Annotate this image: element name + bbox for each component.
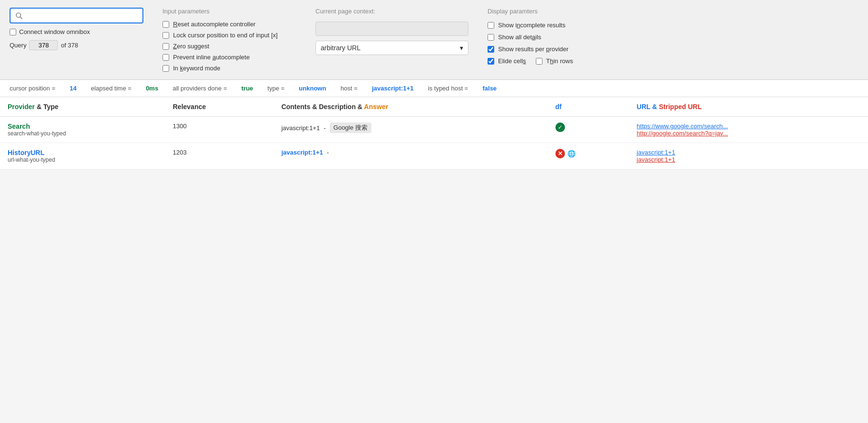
table-row: Search search-what-you-typed 1300 javasc… [0, 117, 868, 143]
host-value: javascript:1+1 [372, 85, 413, 92]
row2-url: javascript:1+1 javascript:1+1 [629, 143, 868, 169]
zero-suggest-checkbox[interactable] [163, 43, 169, 50]
show-all-details-checkbox[interactable] [488, 34, 494, 41]
typed-host-value: false [482, 85, 497, 92]
connect-omnibox-label: Connect window omnibox [19, 28, 90, 35]
elide-cells-checkbox[interactable] [488, 58, 494, 65]
svg-line-1 [20, 17, 22, 19]
row1-content-cell: javascript:1+1 - Google 搜索 [282, 122, 540, 133]
show-incomplete-row: Show incomplete results [488, 22, 631, 29]
connect-omnibox-checkbox[interactable] [10, 29, 16, 35]
url-dropdown-value: arbitrary URL [321, 44, 360, 52]
lock-cursor-row: Lock cursor position to end of input [x] [163, 32, 296, 39]
th-answer-text: Answer [364, 103, 389, 111]
row2-provider-type: url-what-you-typed [8, 156, 158, 163]
th-url-text: URL & [637, 103, 659, 111]
row2-url-link[interactable]: javascript:1+1 [637, 149, 860, 156]
top-panel: javascript:1+1 Connect window omnibox Qu… [0, 0, 868, 80]
query-number-input[interactable] [29, 40, 58, 50]
row2-content: javascript:1+1 - [274, 143, 548, 169]
type-value: unknown [299, 85, 326, 92]
row1-provider: Search search-what-you-typed [0, 117, 165, 143]
row2-provider: HistoryURL url-what-you-typed [0, 143, 165, 169]
elide-cells-label: Elide cells [498, 57, 526, 65]
prevent-inline-row: Prevent inline autocomplete [163, 54, 296, 61]
thin-rows-checkbox[interactable] [536, 58, 542, 65]
lock-cursor-checkbox[interactable] [163, 32, 169, 39]
typed-host-label: is typed host = [428, 85, 468, 92]
row1-df-col: ✓ [555, 122, 621, 132]
row1-url-link[interactable]: https://www.google.com/search... [637, 122, 860, 130]
show-incomplete-checkbox[interactable] [488, 22, 494, 29]
status-bar: cursor position = 14 elapsed time = 0ms … [0, 80, 868, 97]
prevent-inline-checkbox[interactable] [163, 54, 169, 61]
row2-relevance: 1203 [165, 143, 274, 169]
row1-dash: - [324, 124, 326, 132]
input-params-title: Input parameters [163, 8, 296, 15]
row2-dash: - [327, 149, 329, 156]
keyword-mode-checkbox[interactable] [163, 65, 169, 72]
display-params-column: Display paramters Show incomplete result… [488, 8, 631, 65]
row1-description: Google 搜索 [330, 122, 372, 133]
search-input[interactable]: javascript:1+1 [27, 11, 132, 20]
row1-stripped-url[interactable]: http://google.com/search?q=jav... [637, 130, 860, 137]
type-label: type = [268, 85, 285, 92]
show-results-per-provider-checkbox[interactable] [488, 46, 494, 53]
th-provider: Provider & Type [0, 97, 165, 117]
th-stripped-text: Stripped URL [659, 103, 702, 111]
keyword-input[interactable]: 关键词 [315, 22, 468, 36]
query-total: of 378 [61, 42, 78, 49]
display-params-title: Display paramters [488, 8, 631, 15]
url-dropdown[interactable]: arbitrary URL ▾ [315, 41, 468, 55]
elide-cells-row: Elide cells [488, 57, 526, 65]
row1-provider-name: Search [8, 122, 158, 130]
row1-content: javascript:1+1 - Google 搜索 [274, 117, 548, 143]
th-relevance: Relevance [165, 97, 274, 117]
cursor-position-label: cursor position = [10, 85, 55, 92]
table-header-row: Provider & Type Relevance Contents & Des… [0, 97, 868, 117]
row2-provider-name: HistoryURL [8, 149, 158, 156]
query-row: Query of 378 [10, 40, 143, 50]
row2-x-icon: ✕ [555, 149, 565, 158]
row1-relevance: 1300 [165, 117, 274, 143]
th-relevance-text: Relevance [173, 103, 206, 111]
show-results-per-provider-row: Show results per provider [488, 45, 631, 53]
reset-autocomplete-checkbox[interactable] [163, 21, 169, 28]
page-context-title: Current page context: [315, 8, 468, 15]
reset-autocomplete-row: Reset autocomplete controller [163, 21, 296, 28]
elapsed-time-label: elapsed time = [91, 85, 131, 92]
input-params-column: Input parameters Reset autocomplete cont… [163, 8, 296, 72]
show-incomplete-label: Show incomplete results [498, 22, 565, 29]
row1-url: https://www.google.com/search... http://… [629, 117, 868, 143]
query-label: Query [10, 42, 26, 49]
row1-relevance-value: 1300 [173, 122, 187, 130]
search-icon [15, 12, 23, 20]
th-contents: Contents & Description & Answer [274, 97, 548, 117]
row2-stripped-url[interactable]: javascript:1+1 [637, 156, 860, 163]
keyword-mode-row: In keyword mode [163, 65, 296, 72]
th-df-text: df [555, 103, 562, 111]
zero-suggest-label: Zero suggest [173, 43, 209, 50]
thin-rows-label: Thin rows [546, 57, 573, 65]
th-df: df [548, 97, 629, 117]
lock-cursor-label: Lock cursor position to end of input [x] [173, 32, 278, 39]
prevent-inline-label: Prevent inline autocomplete [173, 54, 250, 61]
row2-content-cell: javascript:1+1 - [282, 149, 540, 156]
th-and-type: & Type [37, 103, 59, 111]
table-row: HistoryURL url-what-you-typed 1203 javas… [0, 143, 868, 169]
row1-check-icon: ✓ [555, 122, 565, 132]
host-label: host = [340, 85, 358, 92]
search-box-wrapper: javascript:1+1 [10, 8, 143, 23]
thin-rows-row: Thin rows [536, 57, 573, 65]
elide-thin-row: Elide cells Thin rows [488, 57, 631, 65]
globe-icon: 🌐 [567, 149, 576, 158]
chevron-down-icon: ▾ [460, 44, 463, 52]
zero-suggest-row: Zero suggest [163, 43, 296, 50]
show-all-details-label: Show all details [498, 33, 541, 41]
row1-content-text: javascript:1+1 [282, 124, 320, 132]
row2-relevance-value: 1203 [173, 149, 187, 156]
keyword-mode-label: In keyword mode [173, 65, 220, 72]
reset-autocomplete-label: Reset autocomplete controller [173, 21, 256, 28]
row2-df-col: ✕ 🌐 [555, 149, 621, 158]
page-context-column: Current page context: 关键词 arbitrary URL … [315, 8, 468, 55]
